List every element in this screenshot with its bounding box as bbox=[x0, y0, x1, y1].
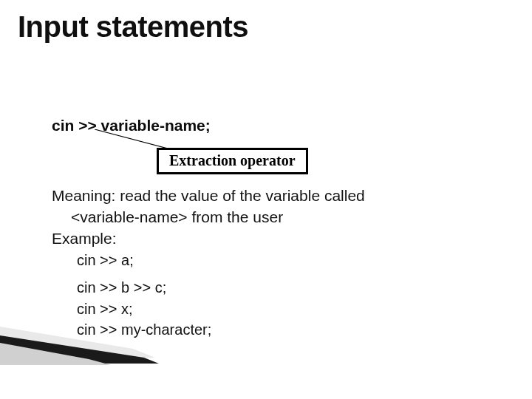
code-example-2: cin >> b >> c; bbox=[52, 279, 488, 298]
svg-marker-3 bbox=[0, 343, 111, 365]
meaning-text-line2: <variable-name> from the user bbox=[52, 208, 488, 228]
code-example-1: cin >> a; bbox=[52, 251, 488, 270]
slide-title: Input statements bbox=[18, 10, 248, 44]
example-label: Example: bbox=[52, 229, 488, 249]
code-example-3: cin >> x; bbox=[52, 300, 488, 319]
syntax-code-line: cin >> variable-name; bbox=[52, 117, 211, 134]
extraction-operator-callout: Extraction operator bbox=[157, 148, 308, 174]
meaning-text-line1: Meaning: read the value of the variable … bbox=[52, 186, 488, 206]
code-example-4: cin >> my-character; bbox=[52, 321, 488, 340]
slide-body: Meaning: read the value of the variable … bbox=[52, 186, 488, 342]
